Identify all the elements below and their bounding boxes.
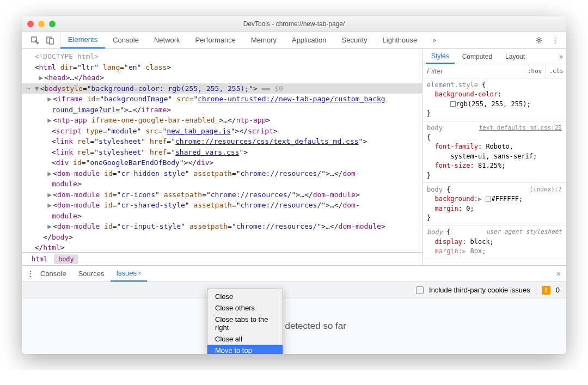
drawer-tab-issues[interactable]: Issues × bbox=[111, 266, 147, 282]
issues-toolbar: Include third-party cookie issues ! 0 bbox=[22, 282, 566, 298]
styles-tab-computed[interactable]: Computed bbox=[457, 49, 498, 64]
dom-iframe[interactable]: ▶<iframe id="backgroundImage" src="chrom… bbox=[22, 94, 422, 105]
warning-badge-icon: ! bbox=[542, 286, 550, 295]
rule-body-ua[interactable]: user agent stylesheet body { display: bl… bbox=[422, 225, 566, 259]
tab-memory[interactable]: Memory bbox=[243, 32, 284, 48]
close-tab-icon[interactable]: × bbox=[138, 270, 142, 277]
dom-iframe-2[interactable]: round_image?url=">…</iframe> bbox=[22, 105, 422, 115]
dom-body-selected[interactable]: ⋯ ▼<body style="background-color: rgb(25… bbox=[22, 83, 422, 94]
breadcrumb[interactable]: html body bbox=[22, 252, 422, 265]
styles-rules[interactable]: element.style { background-color: rgb(25… bbox=[422, 78, 566, 265]
dom-html[interactable]: <html dir="ltr" lang="en" class> bbox=[22, 62, 422, 73]
inspect-element-icon[interactable] bbox=[30, 36, 39, 45]
cls-toggle[interactable]: .cls bbox=[546, 64, 567, 78]
drawer-tab-console[interactable]: Console bbox=[35, 266, 72, 282]
dom-module-3[interactable]: ▶<dom-module id="cr-shared-style" assetp… bbox=[22, 200, 422, 211]
titlebar: DevTools - chrome://new-tab-page/ bbox=[22, 16, 566, 32]
dom-module-4[interactable]: ▶<dom-module id="cr-input-style" assetpa… bbox=[22, 221, 422, 232]
dom-doctype[interactable]: <!DOCTYPE html> bbox=[22, 51, 422, 62]
ctx-close-right[interactable]: Close tabs to the right bbox=[207, 314, 283, 333]
rule-source-link[interactable]: (index):7 bbox=[529, 185, 562, 194]
dom-head[interactable]: ▶<head>…</head> bbox=[22, 72, 422, 83]
ctx-close-others[interactable]: Close others bbox=[207, 302, 283, 314]
context-menu: Close Close others Close tabs to the rig… bbox=[207, 289, 283, 354]
issues-body: No issues detected so far bbox=[22, 298, 566, 354]
styles-tab-styles[interactable]: Styles bbox=[426, 49, 455, 64]
tab-application[interactable]: Application bbox=[284, 32, 334, 48]
tab-lighthouse[interactable]: Lighthouse bbox=[375, 32, 425, 48]
close-drawer-icon[interactable]: × bbox=[556, 270, 561, 278]
dom-div[interactable]: <div id="oneGoogleBarEndOfBody"></div> bbox=[22, 157, 422, 168]
svg-rect-2 bbox=[50, 39, 53, 44]
dom-body-close[interactable]: </body> bbox=[22, 232, 422, 243]
styles-filter-input[interactable] bbox=[422, 64, 524, 78]
dom-module-3b[interactable]: module> bbox=[22, 211, 422, 222]
dom-module-2[interactable]: ▶<dom-module id="cr-icons" assetpath="ch… bbox=[22, 190, 422, 200]
tab-security[interactable]: Security bbox=[334, 32, 375, 48]
tab-elements[interactable]: Elements bbox=[60, 32, 105, 48]
dom-ntp-app[interactable]: ▶<ntp-app iframe-one-google-bar-enabled_… bbox=[22, 115, 422, 126]
include-thirdparty-label: Include third-party cookie issues bbox=[429, 286, 530, 294]
dom-html-close[interactable]: </html> bbox=[22, 242, 422, 252]
hov-toggle[interactable]: :hov bbox=[524, 64, 546, 78]
styles-panel: Styles Computed Layout » :hov .cls + ◫ e… bbox=[422, 49, 566, 265]
more-styles-tabs-icon[interactable]: » bbox=[559, 53, 563, 60]
drawer-tab-sources[interactable]: Sources bbox=[73, 266, 110, 282]
panel-tabs: Elements Console Network Performance Mem… bbox=[60, 32, 444, 48]
devtools-window: DevTools - chrome://new-tab-page/ Elemen… bbox=[22, 16, 566, 354]
styles-tab-layout[interactable]: Layout bbox=[500, 49, 530, 64]
include-thirdparty-checkbox[interactable] bbox=[416, 286, 424, 294]
settings-icon[interactable] bbox=[535, 36, 543, 45]
main-toolbar: Elements Console Network Performance Mem… bbox=[22, 32, 566, 49]
dom-module-1b[interactable]: module> bbox=[22, 179, 422, 190]
dom-script[interactable]: <script type="module" src="new_tab_page.… bbox=[22, 126, 422, 137]
more-tabs-icon[interactable]: » bbox=[425, 32, 444, 48]
ctx-close-all[interactable]: Close all bbox=[207, 333, 283, 345]
dom-link-2[interactable]: <link rel="stylesheet" href="shared_vars… bbox=[22, 147, 422, 158]
warning-count: 0 bbox=[556, 286, 560, 294]
ctx-close[interactable]: Close bbox=[207, 291, 283, 302]
window-title: DevTools - chrome://new-tab-page/ bbox=[22, 20, 566, 28]
tab-console[interactable]: Console bbox=[105, 32, 146, 48]
device-toolbar-icon[interactable] bbox=[46, 36, 54, 45]
svg-point-3 bbox=[538, 39, 540, 41]
tab-performance[interactable]: Performance bbox=[188, 32, 243, 48]
dom-module-1[interactable]: ▶<dom-module id="cr-hidden-style" assetp… bbox=[22, 168, 422, 179]
ctx-move-top[interactable]: Move to top bbox=[207, 345, 283, 354]
tab-network[interactable]: Network bbox=[146, 32, 188, 48]
drawer-menu-icon[interactable]: ⋮ bbox=[26, 270, 34, 278]
elements-panel: <!DOCTYPE html> <html dir="ltr" lang="en… bbox=[22, 49, 422, 265]
rule-body-2[interactable]: (index):7 body { background:▶ #FFFFFF; m… bbox=[422, 183, 566, 226]
dom-link-1[interactable]: <link rel="stylesheet" href="chrome://re… bbox=[22, 136, 422, 147]
rule-element-style[interactable]: element.style { background-color: rgb(25… bbox=[422, 78, 566, 121]
dom-tree[interactable]: <!DOCTYPE html> <html dir="ltr" lang="en… bbox=[22, 49, 422, 252]
crumb-body[interactable]: body bbox=[54, 254, 78, 264]
crumb-html[interactable]: html bbox=[27, 254, 52, 264]
more-options-icon[interactable]: ⋮ bbox=[551, 36, 559, 44]
rule-source-ua: user agent stylesheet bbox=[486, 228, 562, 236]
rule-source-link[interactable]: text_defaults_md.css:25 bbox=[479, 124, 562, 132]
rule-body-1[interactable]: text_defaults_md.css:25 body { font-fami… bbox=[422, 121, 566, 183]
drawer: ⋮ Console Sources Issues × × Include thi… bbox=[22, 266, 566, 354]
